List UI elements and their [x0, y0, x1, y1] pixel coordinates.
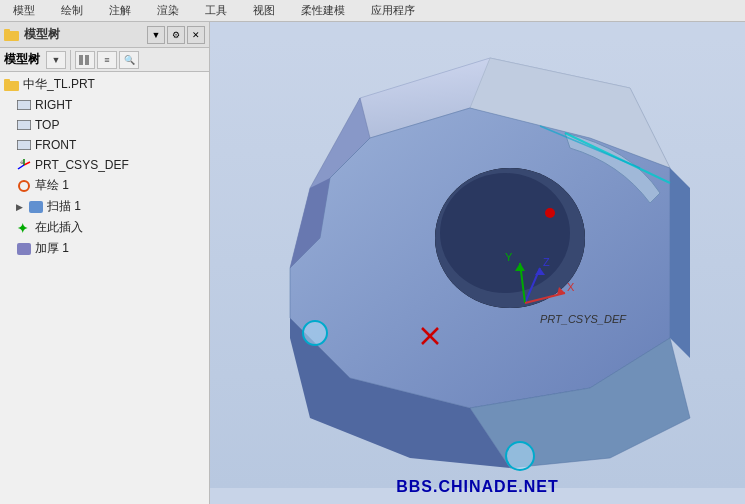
svg-point-31	[545, 208, 555, 218]
svg-rect-3	[85, 55, 89, 65]
tree-settings-btn[interactable]: ⚙	[167, 26, 185, 44]
tree-item-front[interactable]: FRONT	[0, 135, 209, 155]
top-label: TOP	[35, 118, 59, 132]
sweep-icon	[28, 199, 44, 215]
svg-rect-2	[79, 55, 83, 65]
svg-rect-16	[17, 243, 31, 255]
tree-close-btn[interactable]: ✕	[187, 26, 205, 44]
3d-shape-svg: Y Z X PRT_CSYS_DEF	[210, 22, 745, 504]
model-tree-header: 模型树 ▼ ⚙ ✕	[0, 22, 209, 48]
tab-render[interactable]: 渲染	[148, 0, 188, 21]
tree-filter-btn[interactable]: ▼	[46, 51, 66, 69]
tree-item-insert[interactable]: ✦ 在此插入	[0, 217, 209, 238]
csys-icon: ※	[16, 157, 32, 173]
svg-text:Z: Z	[543, 256, 550, 268]
svg-marker-25	[670, 168, 690, 358]
right-label: RIGHT	[35, 98, 72, 112]
tab-applications[interactable]: 应用程序	[362, 0, 424, 21]
top-toolbar: 模型 绘制 注解 渲染 工具 视图 柔性建模 应用程序	[0, 0, 745, 22]
tree-toolbar: 模型树 ▼ ≡ 🔍	[0, 48, 209, 72]
tree-item-thicken1[interactable]: 加厚 1	[0, 238, 209, 259]
sketch-icon	[16, 178, 32, 194]
thicken1-label: 加厚 1	[35, 240, 69, 257]
tab-view[interactable]: 视图	[244, 0, 284, 21]
tree-expand-all-btn[interactable]: ≡	[97, 51, 117, 69]
tree-item-sweep1[interactable]: ▶ 扫描 1	[0, 196, 209, 217]
svg-point-44	[303, 321, 327, 345]
svg-text:X: X	[567, 281, 575, 293]
plane-icon-top	[16, 117, 32, 133]
root-label: 中华_TL.PRT	[23, 76, 95, 93]
insert-icon: ✦	[16, 220, 32, 236]
svg-text:PRT_CSYS_DEF: PRT_CSYS_DEF	[540, 313, 627, 325]
svg-point-45	[506, 442, 534, 470]
tree-col-btn[interactable]	[75, 51, 95, 69]
tree-content[interactable]: 中华_TL.PRT RIGHT TOP	[0, 72, 209, 504]
svg-rect-8	[17, 140, 31, 150]
thicken-icon	[16, 241, 32, 257]
svg-line-11	[18, 165, 24, 169]
svg-text:※: ※	[20, 159, 24, 165]
svg-rect-7	[17, 120, 31, 130]
tree-item-root[interactable]: 中华_TL.PRT	[0, 74, 209, 95]
svg-rect-5	[4, 79, 10, 82]
tab-draw[interactable]: 绘制	[52, 0, 92, 21]
tree-item-csys[interactable]: ※ PRT_CSYS_DEF	[0, 155, 209, 175]
svg-rect-1	[4, 29, 10, 32]
separator1	[70, 50, 71, 70]
expand-arrow-sweep1: ▶	[16, 202, 23, 212]
tree-label: 模型树	[4, 51, 40, 68]
model-tree-title: 模型树	[24, 26, 60, 43]
sweep1-label: 扫描 1	[47, 198, 81, 215]
svg-rect-0	[4, 31, 19, 41]
plane-icon-right	[16, 97, 32, 113]
tree-item-sketch1[interactable]: 草绘 1	[0, 175, 209, 196]
svg-text:✦: ✦	[17, 221, 28, 235]
svg-text:Y: Y	[505, 251, 513, 263]
svg-rect-14	[29, 201, 43, 213]
csys-label: PRT_CSYS_DEF	[35, 158, 129, 172]
root-icon	[4, 77, 20, 93]
tree-search-btn[interactable]: 🔍	[119, 51, 139, 69]
tab-model[interactable]: 模型	[4, 0, 44, 21]
tab-tools[interactable]: 工具	[196, 0, 236, 21]
model-tree-icon	[4, 27, 20, 43]
svg-line-9	[24, 162, 30, 165]
watermark-text: BBS.CHINADE.NET	[396, 478, 559, 496]
tab-flexible[interactable]: 柔性建模	[292, 0, 354, 21]
sketch1-label: 草绘 1	[35, 177, 69, 194]
viewport[interactable]: Y Z X PRT_CSYS_DEF BBS.CHINADE.NET	[210, 22, 745, 504]
main-area: 模型树 ▼ ⚙ ✕ 模型树 ▼ ≡ 🔍	[0, 22, 745, 504]
tab-annotation[interactable]: 注解	[100, 0, 140, 21]
plane-icon-front	[16, 137, 32, 153]
svg-point-13	[19, 181, 29, 191]
svg-rect-4	[4, 81, 19, 91]
svg-rect-6	[17, 100, 31, 110]
front-label: FRONT	[35, 138, 76, 152]
insert-label: 在此插入	[35, 219, 83, 236]
left-panel: 模型树 ▼ ⚙ ✕ 模型树 ▼ ≡ 🔍	[0, 22, 210, 504]
tree-item-right[interactable]: RIGHT	[0, 95, 209, 115]
tree-expand-btn[interactable]: ▼	[147, 26, 165, 44]
svg-point-28	[440, 173, 570, 293]
tree-item-top[interactable]: TOP	[0, 115, 209, 135]
